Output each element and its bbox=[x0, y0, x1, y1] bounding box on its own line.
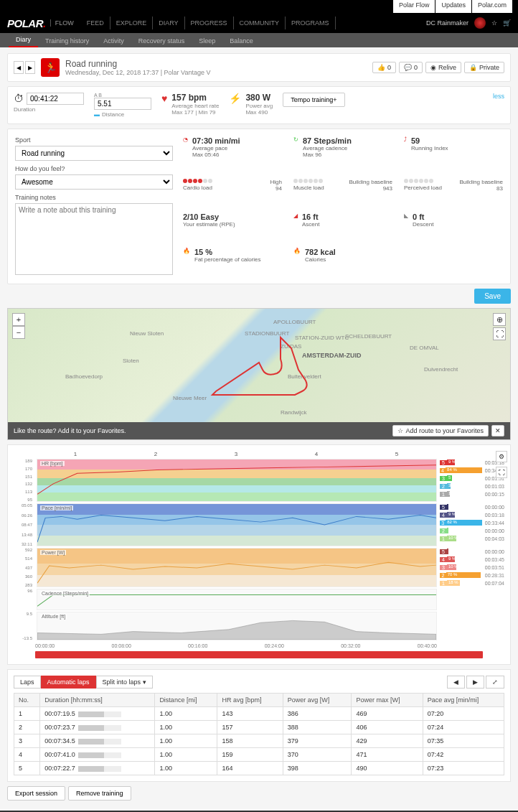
comment-button[interactable]: 💬 0 bbox=[399, 62, 423, 73]
favorite-icon[interactable]: ☆ bbox=[491, 19, 497, 27]
table-cell: 143 bbox=[217, 707, 283, 721]
avatar[interactable] bbox=[474, 17, 486, 29]
table-next[interactable]: ▶ bbox=[466, 676, 484, 689]
topbar-updates[interactable]: Updates bbox=[435, 0, 471, 13]
relive-button[interactable]: ◉ Relive bbox=[425, 62, 461, 73]
table-row[interactable]: 200:07:23.71.0015738840607:24 bbox=[14, 721, 504, 734]
subnav-balance[interactable]: Balance bbox=[222, 34, 260, 47]
subnav-recovery[interactable]: Recovery status bbox=[131, 34, 192, 47]
nav-progress[interactable]: PROGRESS bbox=[185, 17, 234, 29]
add-favorite[interactable]: ☆ Add route to your Favorites bbox=[392, 425, 489, 437]
table-header[interactable]: No. bbox=[14, 694, 40, 707]
less-link[interactable]: less bbox=[493, 93, 504, 100]
privacy-button[interactable]: 🔒 Private bbox=[464, 62, 504, 73]
zone-row: 484 %00:34:31 bbox=[440, 467, 504, 474]
perceived-sub: 83 bbox=[460, 185, 504, 192]
nav-diary[interactable]: DIARY bbox=[153, 17, 184, 29]
table-expand[interactable]: ⤢ bbox=[486, 676, 504, 689]
map-label: Nieuwe Meer bbox=[173, 395, 207, 401]
tab-split[interactable]: Split into laps ▾ bbox=[96, 676, 153, 689]
cadence-icon: ↻ bbox=[293, 136, 298, 172]
tempo-button[interactable]: Tempo training+ bbox=[283, 93, 344, 107]
prev-session[interactable]: ◀ bbox=[14, 61, 24, 74]
notes-textarea[interactable] bbox=[15, 203, 173, 275]
notes-label: Training notes bbox=[15, 194, 173, 201]
map-label: DE OMVAL bbox=[410, 345, 439, 351]
alt-yaxis: 9.5-13.5 bbox=[14, 612, 34, 640]
table-header[interactable]: Duration [hh:mm:ss] bbox=[40, 694, 155, 707]
tab-laps[interactable]: Laps bbox=[14, 676, 41, 689]
map-section: + − ⊕ ⛶ Nieuw Sloten Sloten Badhoevedorp… bbox=[7, 308, 511, 440]
table-row[interactable]: 100:07:19.51.0014338646907:20 bbox=[14, 707, 504, 721]
table-cell: 1.00 bbox=[155, 721, 217, 734]
subnav-sleep[interactable]: Sleep bbox=[192, 34, 222, 47]
map-locate[interactable]: ⊕ bbox=[493, 313, 506, 326]
duration-input[interactable] bbox=[27, 93, 84, 105]
table-header[interactable]: Distance [mi] bbox=[155, 694, 217, 707]
subnav-history[interactable]: Training history bbox=[38, 34, 96, 47]
map-label: SCHELDEBUURT bbox=[345, 333, 392, 340]
table-cell: 159 bbox=[217, 748, 283, 762]
nav-programs[interactable]: PROGRAMS bbox=[286, 17, 336, 29]
zoom-in[interactable]: + bbox=[12, 313, 25, 326]
fat-label: Fat percentage of calories bbox=[194, 256, 261, 263]
tab-autolaps[interactable]: Automatic laps bbox=[41, 676, 96, 689]
table-cell: 406 bbox=[352, 721, 423, 734]
sport-select[interactable]: Road running bbox=[15, 146, 173, 161]
hr-chart[interactable]: HR [bpm] bbox=[37, 459, 437, 502]
remove-button[interactable]: Remove training bbox=[68, 786, 131, 801]
next-session[interactable]: ▶ bbox=[25, 61, 35, 74]
topbar-polarcom[interactable]: Polar.com bbox=[472, 0, 512, 13]
nav-feed[interactable]: FEED bbox=[81, 17, 110, 29]
table-row[interactable]: 300:07:34.51.0015837942907:35 bbox=[14, 734, 504, 748]
topbar-flow[interactable]: Polar Flow bbox=[393, 0, 435, 13]
power-chart[interactable]: Power [W] bbox=[37, 548, 437, 587]
map[interactable]: + − ⊕ ⛶ Nieuw Sloten Sloten Badhoevedorp… bbox=[8, 309, 510, 422]
logo[interactable]: POLAR. bbox=[7, 17, 46, 29]
map-fullscreen[interactable]: ⛶ bbox=[493, 327, 506, 340]
nav-explore[interactable]: EXPLORE bbox=[110, 17, 154, 29]
save-button[interactable]: Save bbox=[474, 289, 511, 304]
hr-zones: 59 %00:03:18484 %00:34:3135 %00:01:5123 … bbox=[440, 459, 504, 502]
fat-value: 15 % bbox=[194, 248, 261, 256]
like-button[interactable]: 👍 0 bbox=[372, 62, 396, 73]
chart-fullscreen[interactable]: ⛶ bbox=[496, 467, 507, 478]
pace-label: Average pace bbox=[192, 145, 240, 151]
table-cell: 1.00 bbox=[155, 734, 217, 748]
subnav-activity[interactable]: Activity bbox=[96, 34, 131, 47]
cadence-chart[interactable]: Cadence [Steps/min] bbox=[37, 589, 437, 610]
table-header[interactable]: HR avg [bpm] bbox=[217, 694, 283, 707]
zoom-out[interactable]: − bbox=[12, 326, 25, 339]
subnav-diary[interactable]: Diary bbox=[9, 33, 38, 47]
cart-icon[interactable]: 🛒 bbox=[503, 19, 511, 27]
cadence-label: Average cadence bbox=[303, 145, 352, 151]
table-header[interactable]: Pace avg [min/mi] bbox=[423, 694, 504, 707]
zone-row: 270 %00:28:31 bbox=[440, 571, 504, 579]
distance-input[interactable] bbox=[94, 98, 151, 110]
ab-label: A B bbox=[94, 93, 151, 98]
table-header[interactable]: Power max [W] bbox=[352, 694, 423, 707]
feel-select[interactable]: Awesome bbox=[15, 174, 173, 190]
hr-yaxis: 18917015113211395 bbox=[14, 459, 34, 502]
running-icon: 🏃 bbox=[41, 58, 60, 77]
close-favorite[interactable]: ✕ bbox=[491, 425, 504, 437]
username[interactable]: DC Rainmaker bbox=[426, 19, 468, 27]
time-scrubber[interactable] bbox=[35, 651, 483, 658]
route-trace bbox=[209, 330, 338, 402]
pace-chart[interactable]: Pace [min/mi] bbox=[37, 503, 437, 546]
table-row[interactable]: 500:07:22.71.0016439849007:23 bbox=[14, 762, 504, 775]
pace-zones: 50 %00:00:0049 %00:03:18382 %00:33:4420 … bbox=[440, 503, 504, 546]
table-cell: 00:07:23.7 bbox=[40, 721, 155, 734]
details: Sport Road running How do you feel? Awes… bbox=[7, 129, 511, 284]
perceived-value: Building baseline bbox=[460, 179, 504, 185]
cal-value: 782 kcal bbox=[305, 248, 336, 256]
table-prev[interactable]: ◀ bbox=[447, 676, 465, 689]
export-button[interactable]: Export session bbox=[7, 786, 65, 801]
chart-settings[interactable]: ⚙ bbox=[496, 451, 507, 462]
table-header[interactable]: Power avg [W] bbox=[283, 694, 352, 707]
altitude-chart[interactable]: Altitude [ft] bbox=[37, 612, 437, 640]
table-row[interactable]: 400:07:41.01.0015937047107:42 bbox=[14, 748, 504, 762]
zone-row: 59 %00:03:18 bbox=[440, 459, 504, 466]
nav-community[interactable]: COMMUNITY bbox=[234, 17, 286, 29]
zone-row: 50 %00:00:00 bbox=[440, 548, 504, 555]
